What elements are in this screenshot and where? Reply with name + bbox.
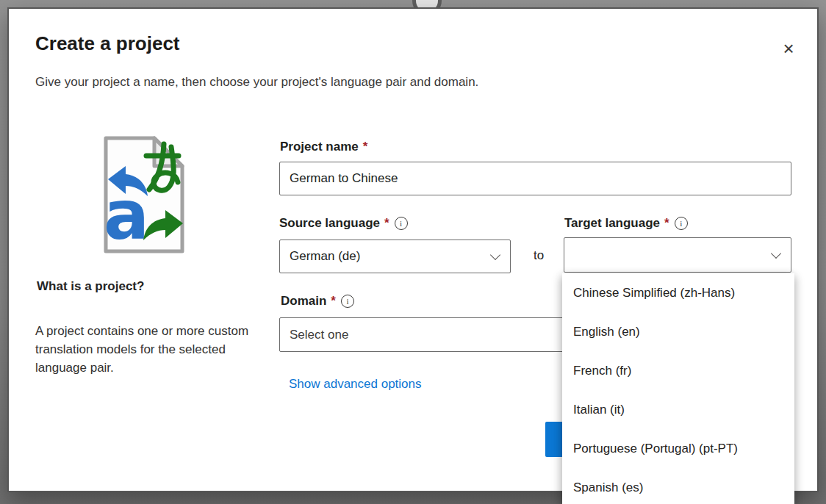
target-language-label-text: Target language bbox=[564, 216, 660, 231]
target-language-dropdown[interactable] bbox=[564, 237, 791, 273]
domain-placeholder: Select one bbox=[290, 328, 348, 342]
show-advanced-options-link[interactable]: Show advanced options bbox=[289, 377, 422, 392]
dialog-title: Create a project bbox=[35, 32, 180, 55]
close-icon: × bbox=[783, 37, 794, 60]
info-icon[interactable]: i bbox=[395, 217, 408, 230]
dropdown-option[interactable]: French (fr) bbox=[562, 351, 794, 390]
source-language-value: German (de) bbox=[290, 249, 360, 264]
required-asterisk: * bbox=[664, 216, 669, 231]
info-icon-glyph: i bbox=[346, 297, 348, 306]
info-icon-glyph: i bbox=[680, 219, 682, 228]
sidebar-description: A project contains one or more custom tr… bbox=[35, 322, 260, 377]
dropdown-option[interactable]: Chinese Simplified (zh-Hans) bbox=[562, 273, 794, 312]
chevron-down-icon bbox=[771, 248, 781, 259]
close-button[interactable]: × bbox=[775, 35, 802, 62]
sidebar-heading: What is a project? bbox=[37, 279, 144, 294]
create-project-dialog: × Create a project Give your project a n… bbox=[7, 7, 819, 492]
chevron-down-icon bbox=[490, 250, 500, 260]
project-name-input[interactable] bbox=[279, 162, 791, 195]
target-language-listbox: Chinese Simplified (zh-Hans)English (en)… bbox=[562, 273, 794, 504]
project-name-label: Project name * bbox=[280, 140, 367, 154]
dropdown-option[interactable]: Spanish (es) bbox=[562, 468, 794, 504]
info-icon-glyph: i bbox=[400, 219, 402, 228]
domain-label: Domain * i bbox=[281, 294, 354, 309]
source-language-label-text: Source language bbox=[279, 216, 380, 231]
page-background: × Create a project Give your project a n… bbox=[0, 0, 826, 504]
domain-label-text: Domain bbox=[281, 294, 326, 309]
latin-a-glyph: a bbox=[104, 176, 149, 255]
project-name-label-text: Project name bbox=[280, 140, 359, 154]
translator-document-icon: a bbox=[101, 134, 187, 256]
dropdown-option[interactable]: Portuguese (Portugal) (pt-PT) bbox=[562, 429, 794, 468]
required-asterisk: * bbox=[363, 140, 368, 154]
dialog-subtitle: Give your project a name, then choose yo… bbox=[35, 75, 478, 90]
info-icon[interactable]: i bbox=[341, 295, 354, 308]
required-asterisk: * bbox=[331, 294, 336, 309]
language-pair-connector: to bbox=[534, 248, 544, 263]
info-icon[interactable]: i bbox=[675, 217, 688, 230]
target-language-label: Target language * i bbox=[564, 216, 688, 231]
source-language-dropdown[interactable]: German (de) bbox=[279, 240, 511, 273]
dropdown-option[interactable]: Italian (it) bbox=[562, 390, 794, 429]
dropdown-option[interactable]: English (en) bbox=[562, 312, 794, 351]
required-asterisk: * bbox=[384, 216, 389, 231]
source-language-label: Source language * i bbox=[279, 216, 408, 231]
